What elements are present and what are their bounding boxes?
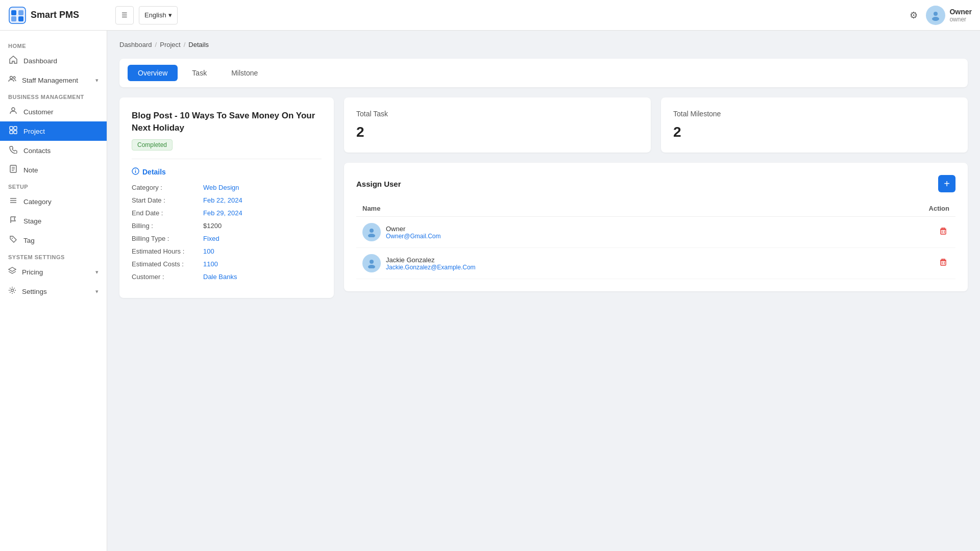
detail-value-billing: $1200	[203, 222, 222, 230]
settings-gear-button[interactable]: ⚙	[910, 10, 918, 21]
detail-label: Billing Type :	[132, 235, 203, 242]
settings-icon	[8, 286, 17, 296]
detail-value-category[interactable]: Web Design	[203, 184, 239, 191]
logo-icon	[8, 6, 27, 24]
header-left: Smart PMS	[8, 6, 115, 24]
tab-task[interactable]: Task	[182, 65, 217, 81]
sidebar-item-stage[interactable]: Stage	[0, 211, 107, 231]
table-row: Jackie Gonzalez Jackie.Gonzalez@Example.…	[356, 248, 955, 279]
top-header: Smart PMS ☰ English ▾ ⚙ Owner owner	[0, 0, 980, 31]
detail-row-customer: Customer : Dale Banks	[132, 273, 322, 281]
svg-rect-3	[11, 16, 16, 21]
user-cell-jackie: Jackie Gonzalez Jackie.Gonzalez@Example.…	[362, 254, 825, 272]
content-grid: Blog Post - 10 Ways To Save Money On You…	[119, 97, 968, 298]
assign-header: Assign User +	[356, 175, 955, 192]
sidebar-item-customer[interactable]: Customer	[0, 102, 107, 121]
file-icon	[8, 165, 18, 175]
user-name-label: Owner	[386, 225, 441, 233]
detail-row-billing: Billing : $1200	[132, 222, 322, 230]
sidebar-item-label: Dashboard	[23, 57, 57, 65]
chevron-down-icon: ▾	[95, 269, 99, 276]
assign-user-title: Assign User	[356, 180, 401, 188]
col-name: Name	[356, 201, 831, 217]
hamburger-icon: ☰	[121, 11, 128, 19]
detail-row-est-costs: Estimated Costs : 1100	[132, 260, 322, 268]
svg-point-27	[368, 234, 375, 237]
user-area[interactable]: Owner owner	[926, 6, 972, 25]
breadcrumb-project[interactable]: Project	[160, 41, 180, 48]
user-info: Owner owner	[949, 8, 972, 23]
header-right: ⚙ Owner owner	[910, 6, 972, 25]
action-cell	[831, 248, 955, 279]
total-milestone-label: Total Milestone	[673, 110, 955, 118]
detail-label: Estimated Hours :	[132, 247, 203, 255]
gear-icon: ⚙	[910, 10, 918, 20]
sidebar-item-contacts[interactable]: Contacts	[0, 141, 107, 160]
layers-icon	[8, 267, 17, 277]
layout: Home Dashboard Staff Management ▾ Busine…	[0, 31, 980, 551]
detail-value-customer[interactable]: Dale Banks	[203, 273, 237, 281]
chevron-down-icon: ▾	[95, 288, 99, 295]
col-action: Action	[831, 201, 955, 217]
action-cell	[831, 217, 955, 248]
add-user-button[interactable]: +	[938, 175, 955, 192]
detail-row-start-date: Start Date : Feb 22, 2024	[132, 196, 322, 204]
delete-user-button-0[interactable]	[937, 225, 949, 239]
tab-overview[interactable]: Overview	[128, 65, 178, 81]
detail-label: Customer :	[132, 273, 203, 281]
breadcrumb-current: Details	[188, 41, 209, 48]
total-milestone-value: 2	[673, 124, 955, 140]
people-icon	[8, 75, 17, 85]
hamburger-button[interactable]: ☰	[115, 6, 134, 24]
svg-rect-2	[18, 10, 23, 15]
tab-milestone[interactable]: Milstone	[221, 65, 268, 81]
user-cell-info: Jackie Gonzalez Jackie.Gonzalez@Example.…	[386, 256, 476, 271]
svg-point-22	[11, 289, 14, 292]
breadcrumb-sep-2: /	[184, 41, 186, 48]
settings-row: Settings ▾	[22, 288, 99, 295]
sidebar-item-project[interactable]: Project	[0, 121, 107, 141]
sidebar-section-setup: Setup	[0, 180, 107, 192]
sidebar-section-home: Home	[0, 39, 107, 51]
sidebar-item-note[interactable]: Note	[0, 160, 107, 180]
sidebar-section-system: System Settings	[0, 250, 107, 262]
svg-rect-33	[941, 261, 946, 265]
sidebar-item-label: Note	[23, 166, 38, 174]
detail-value-billing-type: Fixed	[203, 235, 219, 242]
sidebar-item-dashboard[interactable]: Dashboard	[0, 51, 107, 70]
project-card: Blog Post - 10 Ways To Save Money On You…	[119, 97, 334, 298]
detail-label: Category :	[132, 184, 203, 191]
detail-value-est-costs: 1100	[203, 260, 218, 268]
user-cell-td: Jackie Gonzalez Jackie.Gonzalez@Example.…	[356, 248, 831, 279]
sidebar-item-label: Stage	[23, 217, 41, 225]
pricing-row: Pricing ▾	[22, 268, 99, 276]
list-icon	[8, 196, 18, 207]
detail-value-est-hours: 100	[203, 247, 214, 255]
sidebar-item-category[interactable]: Category	[0, 192, 107, 211]
breadcrumb-dashboard[interactable]: Dashboard	[119, 41, 152, 48]
main-content: Dashboard / Project / Details Overview T…	[107, 31, 980, 551]
sidebar-item-pricing[interactable]: Pricing ▾	[0, 262, 107, 282]
sidebar-item-staff-management[interactable]: Staff Management ▾	[0, 70, 107, 90]
svg-point-8	[13, 77, 15, 79]
language-selector[interactable]: English ▾	[139, 6, 178, 24]
tabs-bar: Overview Task Milstone	[119, 59, 968, 87]
language-chevron-icon: ▾	[168, 11, 172, 19]
svg-point-25	[135, 169, 136, 170]
project-title: Blog Post - 10 Ways To Save Money On You…	[132, 110, 322, 134]
detail-row-est-hours: Estimated Hours : 100	[132, 247, 322, 255]
detail-value-end-date: Feb 29, 2024	[203, 209, 242, 217]
trash-icon	[939, 258, 947, 266]
sidebar-item-label: Customer	[23, 108, 54, 116]
grid-icon	[8, 126, 18, 136]
sidebar-item-tag[interactable]: Tag	[0, 231, 107, 250]
avatar	[926, 6, 945, 25]
sidebar-item-settings[interactable]: Settings ▾	[0, 282, 107, 301]
sidebar-item-label: Contacts	[23, 147, 51, 155]
sidebar-section-business: Business Management	[0, 90, 107, 102]
divider	[132, 159, 322, 159]
svg-point-21	[12, 238, 13, 239]
user-email-label: Owner@Gmail.Com	[386, 233, 441, 240]
delete-user-button-1[interactable]	[937, 256, 949, 270]
language-label: English	[144, 11, 166, 19]
